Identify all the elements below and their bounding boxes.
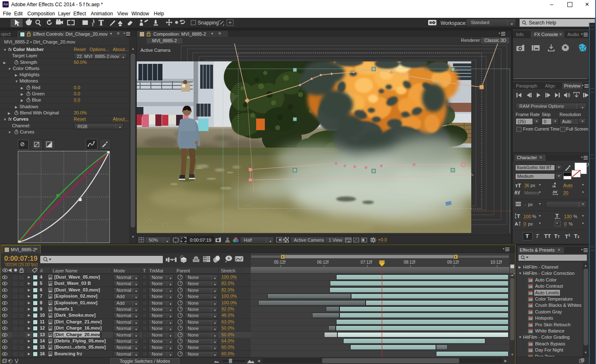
svg-text:IA: IA [552, 184, 556, 188]
svg-text:16: 16 [529, 298, 532, 301]
svg-text:A: A [515, 221, 518, 226]
svg-text:Snapping: Snapping [198, 20, 219, 26]
svg-text:16: 16 [529, 279, 532, 282]
svg-text:16: 16 [529, 317, 532, 320]
svg-text:16: 16 [529, 292, 532, 295]
svg-text:16: 16 [529, 330, 532, 333]
svg-text:T: T [517, 213, 520, 219]
svg-text:16: 16 [529, 324, 532, 327]
svg-text:16: 16 [529, 285, 532, 288]
svg-text:16: 16 [529, 304, 532, 307]
svg-text:A̲V̲: A̲V̲ [514, 190, 520, 195]
svg-text:16: 16 [529, 343, 532, 346]
svg-text:T: T [555, 213, 559, 219]
svg-text:AV: AV [552, 190, 557, 194]
svg-text:*: * [556, 222, 558, 226]
svg-text:16: 16 [529, 349, 532, 352]
svg-text:16: 16 [529, 311, 532, 314]
